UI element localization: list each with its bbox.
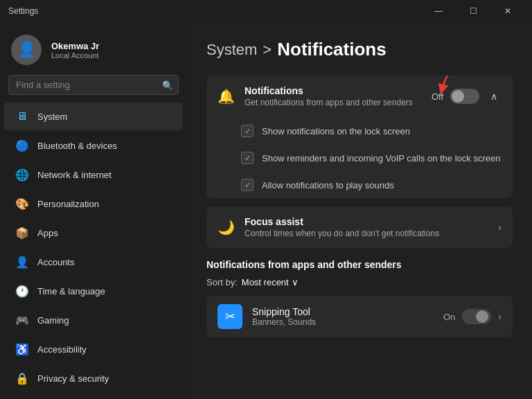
snipping-tool-icon: ✂ bbox=[218, 304, 242, 329]
bluetooth-icon: 🔵 bbox=[15, 139, 29, 152]
settings-title: Settings bbox=[8, 6, 38, 16]
breadcrumb-current: Notifications bbox=[277, 39, 386, 60]
accessibility-icon: ♿ bbox=[15, 342, 29, 356]
page-header: System > Notifications bbox=[206, 39, 513, 60]
app-chevron-right-icon: › bbox=[498, 311, 502, 322]
nav-label-time: Time & language bbox=[37, 286, 105, 296]
breadcrumb-separator: > bbox=[263, 41, 272, 59]
nav-item-privacy[interactable]: 🔒 Privacy & security bbox=[4, 364, 183, 392]
avatar: 👤 bbox=[11, 35, 42, 65]
accounts-icon: 👤 bbox=[15, 255, 29, 269]
gaming-icon: 🎮 bbox=[15, 313, 29, 327]
user-account: Local Account bbox=[51, 51, 99, 60]
sort-label: Sort by: bbox=[206, 277, 238, 287]
time-icon: 🕐 bbox=[15, 284, 29, 298]
sub-option-sounds: ✓ Allow notifications to play sounds bbox=[206, 171, 513, 198]
notifications-header-text: Notifications Get notifications from app… bbox=[245, 85, 422, 107]
app-name-snipping-tool: Snipping Tool bbox=[252, 306, 434, 317]
sort-dropdown[interactable]: Most recent ∨ bbox=[242, 277, 299, 287]
nav-item-accounts[interactable]: 👤 Accounts bbox=[4, 248, 183, 276]
apps-section-title: Notifications from apps and other sender… bbox=[206, 259, 513, 270]
privacy-icon: 🔒 bbox=[15, 371, 29, 385]
focus-assist-inner: 🌙 Focus assist Control times when you do… bbox=[206, 206, 513, 248]
nav-label-accounts: Accounts bbox=[37, 257, 74, 267]
main-content: System > Notifications 🔔 Notifications G… bbox=[187, 22, 532, 399]
close-button[interactable]: ✕ bbox=[492, 0, 524, 22]
sub-option-lockscreen-label: Show notifications on the lock screen bbox=[262, 126, 410, 136]
checkbox-sounds[interactable]: ✓ bbox=[241, 179, 254, 191]
app-controls-snipping-tool: On › bbox=[443, 309, 502, 324]
bell-icon: 🔔 bbox=[218, 88, 235, 105]
nav-item-personalization[interactable]: 🎨 Personalization bbox=[4, 190, 183, 218]
sort-chevron-down-icon: ∨ bbox=[292, 277, 299, 287]
collapse-button[interactable]: ∧ bbox=[486, 89, 502, 103]
snipping-tool-toggle[interactable] bbox=[462, 309, 491, 324]
search-box: 🔍 bbox=[8, 75, 179, 95]
title-bar-left: Settings bbox=[8, 6, 38, 16]
nav-item-gaming[interactable]: 🎮 Gaming bbox=[4, 306, 183, 334]
focus-subtitle: Control times when you do and don't get … bbox=[245, 229, 488, 238]
checkbox-reminders[interactable]: ✓ bbox=[241, 152, 254, 164]
sub-option-reminders-label: Show reminders and incoming VoIP calls o… bbox=[262, 153, 500, 163]
user-section: 👤 Okemwa Jr Local Account bbox=[0, 22, 187, 75]
user-info: Okemwa Jr Local Account bbox=[51, 41, 99, 60]
focus-chevron-right-icon: › bbox=[498, 222, 502, 233]
breadcrumb-parent[interactable]: System bbox=[206, 41, 257, 59]
nav-item-system[interactable]: 🖥 System bbox=[4, 103, 183, 130]
app-info-snipping-tool: Snipping Tool Banners, Sounds bbox=[252, 306, 434, 327]
toggle-off-label: Off bbox=[432, 91, 443, 102]
nav-item-network[interactable]: 🌐 Network & internet bbox=[4, 161, 183, 188]
nav-label-network: Network & internet bbox=[37, 170, 112, 180]
nav-label-apps: Apps bbox=[37, 228, 58, 238]
title-bar-controls: — ☐ ✕ bbox=[423, 0, 524, 22]
user-name: Okemwa Jr bbox=[51, 41, 99, 51]
nav-label-gaming: Gaming bbox=[37, 315, 69, 326]
app-toggle-knob bbox=[476, 310, 488, 323]
nav-item-accessibility[interactable]: ♿ Accessibility bbox=[4, 335, 183, 363]
checkbox-lockscreen[interactable]: ✓ bbox=[241, 125, 254, 137]
notifications-title: Notifications bbox=[245, 85, 422, 96]
sub-option-lockscreen: ✓ Show notifications on the lock screen bbox=[206, 117, 513, 144]
notifications-controls: Off ∧ bbox=[432, 89, 502, 104]
apps-icon: 📦 bbox=[15, 226, 29, 240]
app-toggle-label-snipping-tool: On bbox=[443, 312, 455, 322]
focus-icon: 🌙 bbox=[218, 219, 235, 236]
network-icon: 🌐 bbox=[15, 168, 29, 181]
focus-title: Focus assist bbox=[245, 216, 488, 227]
focus-assist-card[interactable]: 🌙 Focus assist Control times when you do… bbox=[206, 206, 513, 248]
notifications-header: 🔔 Notifications Get notifications from a… bbox=[206, 76, 513, 117]
app-body: 👤 Okemwa Jr Local Account 🔍 🖥 System 🔵 B… bbox=[0, 22, 532, 399]
maximize-button[interactable]: ☐ bbox=[457, 0, 489, 22]
sub-option-sounds-label: Allow notifications to play sounds bbox=[262, 180, 394, 190]
personalization-icon: 🎨 bbox=[15, 197, 29, 211]
minimize-button[interactable]: — bbox=[423, 0, 454, 22]
app-row-snipping-tool: ✂ Snipping Tool Banners, Sounds On › bbox=[206, 296, 513, 337]
nav-label-personalization: Personalization bbox=[37, 199, 99, 209]
nav-item-apps[interactable]: 📦 Apps bbox=[4, 219, 183, 247]
sort-value-text: Most recent bbox=[242, 277, 289, 287]
nav-label-privacy: Privacy & security bbox=[37, 373, 109, 384]
notifications-card: 🔔 Notifications Get notifications from a… bbox=[206, 76, 513, 198]
sidebar: 👤 Okemwa Jr Local Account 🔍 🖥 System 🔵 B… bbox=[0, 22, 187, 399]
nav-label-bluetooth: Bluetooth & devices bbox=[37, 141, 117, 151]
notifications-subtitle: Get notifications from apps and other se… bbox=[245, 98, 422, 107]
nav-label-system: System bbox=[37, 112, 67, 122]
title-bar: Settings — ☐ ✕ bbox=[0, 0, 532, 22]
search-icon: 🔍 bbox=[162, 80, 173, 90]
sub-option-reminders: ✓ Show reminders and incoming VoIP calls… bbox=[206, 144, 513, 171]
nav-item-time[interactable]: 🕐 Time & language bbox=[4, 277, 183, 305]
app-desc-snipping-tool: Banners, Sounds bbox=[252, 317, 434, 327]
search-input[interactable] bbox=[8, 75, 179, 95]
toggle-knob bbox=[452, 90, 464, 103]
system-icon: 🖥 bbox=[15, 109, 29, 123]
nav-item-bluetooth[interactable]: 🔵 Bluetooth & devices bbox=[4, 132, 183, 159]
sort-row: Sort by: Most recent ∨ bbox=[206, 277, 513, 287]
nav-label-accessibility: Accessibility bbox=[37, 344, 87, 355]
focus-text: Focus assist Control times when you do a… bbox=[245, 216, 488, 238]
notifications-toggle[interactable] bbox=[450, 89, 479, 104]
